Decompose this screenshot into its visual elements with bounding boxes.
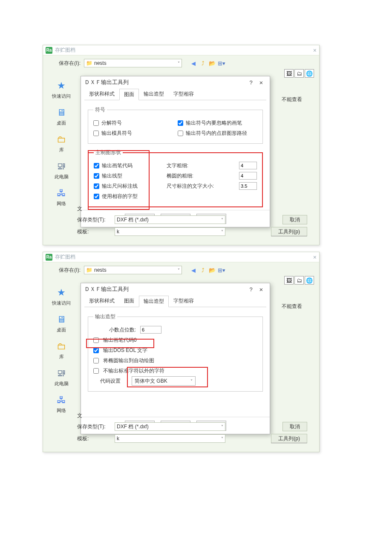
dxf-tabs: 形状和样式 图面 输出造型 字型相容 [84, 88, 266, 100]
tab-drawing[interactable]: 图面 [119, 295, 139, 307]
group-main-shape: 主制图形状 输出画笔代码 文字粗细: 输出线型 椭圆的粗细: 输出尺问 [88, 149, 263, 207]
decimals-input[interactable] [140, 326, 161, 334]
chevron-down-icon: ˅ [178, 61, 180, 66]
close-icon[interactable]: × [313, 47, 317, 54]
help-icon[interactable]: ? [246, 79, 256, 86]
btn-img-2[interactable]: 🗂 [294, 276, 304, 285]
save-dialog-titlebar: Ra 存贮图档 × [43, 45, 319, 55]
sidebar-item-network[interactable]: 🖧网络 [54, 187, 69, 207]
tab-output[interactable]: 输出造型 [139, 296, 169, 307]
input-dim-text-size[interactable] [239, 182, 257, 190]
chevron-down-icon: ˅ [190, 379, 193, 384]
save-in-value: nests [94, 60, 107, 66]
template-combo[interactable]: k˅ [115, 434, 225, 443]
btn-img-2[interactable]: 🗂 [294, 69, 304, 78]
save-cancel-button[interactable]: 取消 [282, 422, 307, 431]
filetype-combo[interactable]: DXF 档 (*.dxf)˅ [115, 215, 225, 224]
template-label: 模板: [77, 435, 111, 442]
btn-img-3[interactable]: 🌐 [305, 276, 314, 285]
template-combo[interactable]: k˅ [115, 227, 225, 236]
no-preview-label: 不能查看 [282, 96, 302, 103]
sidebar-item-desktop[interactable]: 🖥桌面 [54, 313, 69, 333]
tools-button[interactable]: 工具列(p) [271, 227, 307, 236]
app-icon: Ra [46, 254, 52, 261]
close-icon[interactable]: × [256, 286, 266, 293]
save-cancel-button[interactable]: 取消 [282, 215, 307, 224]
places-sidebar: ★快速访问 🖥桌面 🗀库 🖳此电脑 🖧网络 [46, 79, 76, 207]
code-label: 代码设置 [93, 378, 127, 385]
chk-mold-symbol[interactable] [93, 131, 99, 136]
save-in-label: 保存在(I): [51, 267, 81, 274]
app-icon: Ra [46, 47, 52, 54]
chk-split-symbol[interactable] [93, 120, 99, 126]
chk-pen0[interactable] [93, 337, 99, 343]
chk-pen-code[interactable] [94, 163, 99, 169]
save-dialog-title: 存贮图档 [55, 46, 75, 54]
group-main-legend: 主制图形状 [94, 149, 123, 156]
dxf-dialog-title: ＤＸＦ输出工具列 [84, 285, 129, 293]
chk-compat-font[interactable] [94, 194, 99, 199]
filename-char: 文 [77, 412, 107, 419]
chk-linetype[interactable] [94, 173, 99, 179]
sidebar-item-libraries[interactable]: 🗀库 [54, 340, 69, 360]
btn-img-1[interactable]: 🖼 [284, 276, 294, 285]
chk-nonstd-char[interactable] [93, 368, 99, 374]
sidebar-item-desktop[interactable]: 🖥桌面 [54, 106, 69, 126]
chk-ellipse-auto[interactable] [93, 358, 99, 363]
group-symbol: 符号 分解符号 输出符号内要忽略的画笔 输出模具符号 输出符号内的点群图形路径 [88, 106, 263, 144]
right-toolbar: 🖼 🗂 🌐 [284, 69, 314, 78]
new-folder-icon[interactable]: 📂 [208, 59, 216, 67]
code-select[interactable]: 简体中文 GBK ˅ [132, 376, 196, 386]
input-ellipse-weight[interactable] [239, 172, 257, 180]
sidebar-item-libraries[interactable]: 🗀库 [54, 133, 69, 153]
save-dialog-2: Ra 存贮图档 × 保存在(I): 📁 nests ˅ ◀ ⤴ 📂 ⊞▾ [43, 252, 320, 452]
sidebar-item-thispc[interactable]: 🖳此电脑 [54, 367, 69, 387]
tab-font[interactable]: 字型相容 [169, 295, 199, 307]
tab-font[interactable]: 字型相容 [169, 88, 199, 100]
filetype-label: 保存类型(T): [77, 423, 111, 430]
input-text-weight[interactable] [239, 162, 257, 169]
filetype-label: 保存类型(T): [77, 216, 111, 224]
no-preview-label: 不能查看 [282, 303, 302, 310]
tab-shape[interactable]: 形状和样式 [84, 295, 119, 307]
new-folder-icon[interactable]: 📂 [208, 266, 216, 274]
sidebar-item-quickaccess[interactable]: ★快速访问 [52, 79, 71, 99]
sidebar-item-quickaccess[interactable]: ★快速访问 [52, 286, 71, 306]
chk-dim-line[interactable] [94, 183, 99, 189]
tools-button[interactable]: 工具列(p) [271, 434, 307, 443]
view-menu-icon[interactable]: ⊞▾ [218, 59, 225, 67]
template-label: 模板: [77, 228, 111, 235]
filetype-combo[interactable]: DXF 档 (*.dxf)˅ [115, 422, 225, 431]
tab-drawing[interactable]: 图面 [119, 89, 139, 100]
save-dialog-1: Ra 存贮图档 × 保存在(I): 📁 nests ˅ ◀ ⤴ 📂 ⊞▾ [43, 45, 320, 245]
btn-img-1[interactable]: 🖼 [284, 69, 294, 78]
group-output-legend: 输出造型 [93, 313, 117, 320]
dxf-dialog-title: ＤＸＦ输出工具列 [84, 78, 129, 86]
folder-icon: 📁 [86, 267, 92, 273]
close-icon[interactable]: × [256, 79, 266, 86]
folder-icon: 📁 [86, 60, 92, 66]
back-icon[interactable]: ◀ [190, 59, 197, 67]
nav-icons: ◀ ⤴ 📂 ⊞▾ [190, 59, 225, 67]
decimals-label: 小数点位数: [93, 326, 136, 334]
chk-point-path[interactable] [178, 131, 183, 136]
save-in-label: 保存在(I): [51, 60, 81, 67]
btn-img-3[interactable]: 🌐 [305, 69, 314, 78]
save-dialog-title: 存贮图档 [55, 253, 75, 261]
back-icon[interactable]: ◀ [190, 266, 197, 274]
close-icon[interactable]: × [313, 254, 317, 261]
up-icon[interactable]: ⤴ [199, 59, 207, 67]
group-symbol-legend: 符号 [93, 106, 107, 113]
tab-output[interactable]: 输出造型 [139, 88, 169, 100]
sidebar-item-network[interactable]: 🖧网络 [54, 394, 69, 414]
up-icon[interactable]: ⤴ [199, 266, 207, 274]
save-in-combo[interactable]: 📁 nests ˅ [84, 266, 182, 274]
save-in-combo[interactable]: 📁 nests ˅ [84, 59, 182, 67]
help-icon[interactable]: ? [246, 286, 256, 293]
group-output: 输出造型 小数点位数: 输出画笔代码0 输出DOS EOL 文字 将椭圆输出到自… [88, 313, 263, 392]
sidebar-item-thispc[interactable]: 🖳此电脑 [54, 160, 69, 180]
chk-dos-eol[interactable] [93, 348, 99, 353]
tab-shape[interactable]: 形状和样式 [84, 88, 119, 100]
chk-ignore-pen[interactable] [178, 120, 183, 126]
view-menu-icon[interactable]: ⊞▾ [218, 266, 225, 274]
